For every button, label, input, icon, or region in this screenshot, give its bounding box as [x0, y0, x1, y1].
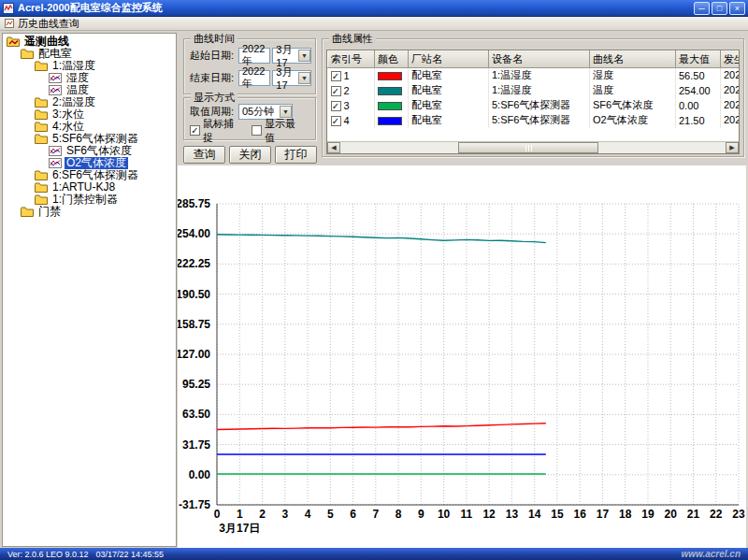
chevron-down-icon[interactable]: ▼ [298, 72, 310, 84]
scroll-right-icon[interactable]: ▶ [726, 142, 739, 153]
history-query-icon [5, 19, 14, 28]
svg-text:285.75: 285.75 [178, 197, 210, 210]
folder-icon [35, 170, 49, 180]
table-cell: 2022年3 [721, 68, 741, 83]
maximize-button[interactable]: □ [712, 2, 727, 15]
table-cell: 配电室 [409, 113, 489, 128]
table-cell: 254.00 [676, 83, 721, 98]
close-button[interactable]: × [729, 2, 745, 15]
svg-text:20: 20 [665, 508, 678, 521]
folder-icon [21, 49, 35, 59]
table-cell: 温度 [590, 83, 676, 98]
svg-text:10: 10 [438, 508, 451, 521]
tree-item[interactable]: 遥测曲线 [3, 36, 176, 48]
svg-text:5: 5 [327, 508, 334, 521]
table-cell: O2气体浓度 [590, 113, 676, 128]
column-header[interactable]: 厂站名 [409, 51, 489, 68]
query-button[interactable]: 查询 [183, 146, 225, 164]
curve-row[interactable]: ✓ 2配电室1:温湿度温度254.002022年3 [328, 83, 741, 98]
minimize-button[interactable]: ─ [694, 2, 710, 15]
svg-text:63.50: 63.50 [182, 408, 210, 421]
table-horizontal-scrollbar[interactable]: ◀ ▶ [327, 141, 739, 153]
acrel-watermark: www.acrel.cn [681, 549, 741, 559]
folder-icon [35, 109, 49, 120]
tree-item[interactable]: 2:温湿度 [3, 96, 176, 108]
folder-icon [35, 97, 49, 108]
end-date-select[interactable]: 3月17 ▼ [272, 70, 311, 86]
tree-item-label: 1:门禁控制器 [50, 194, 120, 206]
svg-text:-31.75: -31.75 [179, 498, 210, 511]
history-query-tab[interactable]: 历史曲线查询 [18, 17, 79, 31]
display-mode-group: 显示方式 取值周期: 05分钟 ▼ ✓ 鼠标捕捉 显示最值 [183, 97, 316, 140]
svg-text:16: 16 [574, 508, 587, 521]
print-button[interactable]: 打印 [275, 146, 317, 164]
svg-text:158.75: 158.75 [178, 318, 210, 331]
table-cell: 2022年3 [721, 83, 741, 98]
row-checkbox[interactable]: ✓ [331, 116, 341, 126]
version-text: Ver: 2.0.6 LEO 9.0.12 [7, 550, 89, 559]
tree-item[interactable]: 门禁 [3, 206, 176, 218]
curve-time-title: 曲线时间 [191, 33, 237, 44]
svg-text:19: 19 [641, 508, 654, 521]
column-header[interactable]: 最大值 [676, 51, 721, 68]
svg-text:190.50: 190.50 [178, 288, 210, 301]
curve-icon [49, 73, 63, 83]
tree-item[interactable]: 3:水位 [3, 108, 176, 121]
svg-text:1: 1 [237, 508, 243, 521]
table-cell: 1:温湿度 [489, 68, 590, 83]
start-date-label: 起始日期: [190, 49, 238, 63]
svg-text:6: 6 [350, 508, 356, 521]
mouse-capture-checkbox[interactable]: ✓ [190, 125, 200, 136]
scrollbar-thumb[interactable] [458, 142, 598, 153]
tree-item-label: 门禁 [36, 206, 63, 218]
svg-text:127.00: 127.00 [178, 348, 210, 361]
display-mode-title: 显示方式 [191, 92, 237, 103]
svg-text:95.25: 95.25 [182, 378, 210, 391]
curve-properties-group: 曲线属性 索引号颜色厂站名设备名曲线名最大值发生时间 ✓ 1配电室1:温湿度湿度… [322, 38, 744, 157]
table-cell: 2022年3 [721, 98, 741, 113]
close-button[interactable]: 关闭 [229, 146, 271, 164]
svg-text:7: 7 [372, 508, 379, 521]
curve-row[interactable]: ✓ 4配电室5:SF6气体探测器O2气体浓度21.502022年3 [328, 113, 741, 128]
svg-text:17: 17 [597, 508, 610, 521]
curve-properties-title: 曲线属性 [329, 33, 376, 44]
scroll-left-icon[interactable]: ◀ [327, 142, 340, 153]
row-checkbox[interactable]: ✓ [331, 71, 341, 81]
color-swatch [378, 102, 402, 110]
table-cell: 1:温湿度 [489, 83, 590, 98]
chevron-down-icon[interactable]: ▼ [298, 50, 310, 62]
title-bar: Acrel-2000配电室综合监控系统 ─ □ × [0, 0, 748, 17]
start-year-select[interactable]: 2022年 [238, 48, 270, 64]
show-extremes-label: 显示最值 [265, 117, 305, 145]
curve-row[interactable]: ✓ 3配电室5:SF6气体探测器SF6气体浓度0.002022年3 [328, 98, 741, 113]
column-header[interactable]: 颜色 [375, 51, 409, 68]
start-date-select[interactable]: 3月17 ▼ [272, 48, 311, 64]
svg-text:8: 8 [396, 508, 402, 521]
table-cell: SF6气体浓度 [590, 98, 676, 113]
show-extremes-checkbox[interactable] [252, 125, 262, 136]
table-cell: 5:SF6气体探测器 [489, 98, 590, 113]
svg-text:23: 23 [732, 508, 745, 521]
svg-text:3: 3 [281, 508, 288, 521]
column-header[interactable]: 设备名 [489, 51, 590, 68]
row-checkbox[interactable]: ✓ [331, 101, 341, 111]
svg-text:2: 2 [259, 508, 266, 521]
tree-item[interactable]: 湿度 [3, 72, 176, 84]
svg-text:18: 18 [619, 508, 632, 521]
status-bar: Ver: 2.0.6 LEO 9.0.12 03/17/22 14:45:55 … [0, 548, 748, 560]
curve-row[interactable]: ✓ 1配电室1:温湿度湿度56.502022年3 [328, 68, 741, 83]
folder-icon [35, 61, 49, 71]
column-header[interactable]: 索引号 [328, 51, 375, 68]
window-title: Acrel-2000配电室综合监控系统 [18, 1, 692, 15]
folder-icon [35, 134, 49, 144]
tree-item[interactable]: 1:温湿度 [3, 60, 176, 72]
column-header[interactable]: 发生时间 [721, 51, 741, 68]
color-swatch [378, 87, 402, 95]
tree-item[interactable]: 1:门禁控制器 [3, 194, 176, 206]
end-year-select[interactable]: 2022年 [238, 70, 270, 86]
column-header[interactable]: 曲线名 [590, 51, 676, 68]
svg-text:31.75: 31.75 [182, 438, 210, 452]
folder-icon [21, 207, 35, 217]
row-checkbox[interactable]: ✓ [331, 86, 341, 96]
folder-icon [35, 194, 49, 205]
